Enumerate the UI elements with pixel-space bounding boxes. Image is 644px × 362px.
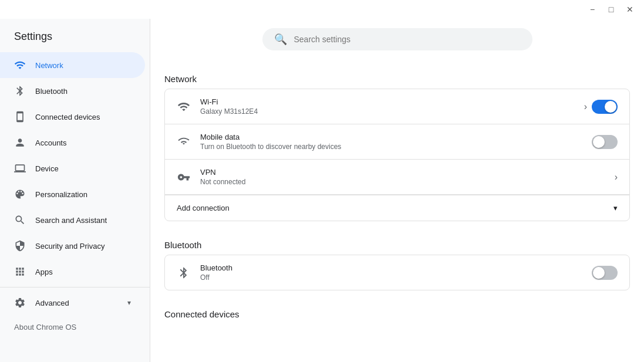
- bluetooth-icon: [14, 85, 26, 97]
- wifi-row[interactable]: Wi-Fi Galaxy M31s12E4 ›: [165, 89, 629, 124]
- sidebar-item-search-assistant-label: Search and Assistant: [35, 216, 107, 225]
- wifi-toggle-thumb: [605, 101, 616, 113]
- network-card: Wi-Fi Galaxy M31s12E4 › Mobile data: [164, 89, 630, 221]
- sidebar-item-accounts-label: Accounts: [35, 138, 66, 147]
- bluetooth-row-text: Bluetooth Off: [200, 263, 582, 282]
- mobile-data-toggle-thumb: [593, 136, 605, 148]
- sidebar-item-search-assistant[interactable]: Search and Assistant: [0, 207, 145, 233]
- vpn-chevron-icon: ›: [615, 172, 618, 182]
- network-section-header: Network: [164, 65, 630, 89]
- mobile-data-text: Mobile data Turn on Bluetooth to discove…: [200, 133, 582, 151]
- mobile-data-icon: [177, 135, 191, 149]
- mobile-data-subtitle: Turn on Bluetooth to discover nearby dev…: [200, 143, 582, 151]
- sidebar-item-network[interactable]: Network: [0, 52, 145, 78]
- mobile-data-action: [592, 135, 618, 149]
- search-input[interactable]: [294, 35, 521, 44]
- apps-icon: [14, 266, 26, 278]
- connected-devices-section-header: Connected devices: [164, 300, 630, 324]
- sidebar-item-bluetooth[interactable]: Bluetooth: [0, 78, 145, 104]
- advanced-icon: [14, 297, 26, 309]
- mobile-data-toggle[interactable]: [592, 135, 618, 149]
- bluetooth-card: Bluetooth Off: [164, 255, 630, 290]
- wifi-chevron-icon: ›: [584, 102, 587, 112]
- vpn-subtitle: Not connected: [200, 178, 605, 186]
- bluetooth-row-action: [592, 266, 618, 280]
- security-icon: [14, 240, 26, 252]
- wifi-text: Wi-Fi Galaxy M31s12E4: [200, 97, 575, 116]
- advanced-chevron-icon: ▾: [127, 299, 131, 307]
- mobile-data-title: Mobile data: [200, 133, 582, 141]
- add-connection-row[interactable]: Add connection ▾: [165, 195, 629, 221]
- sidebar: Settings Network Bluetooth Connected dev…: [0, 19, 150, 362]
- vpn-icon: [177, 170, 191, 184]
- wifi-action: ›: [584, 100, 618, 114]
- sidebar-item-bluetooth-label: Bluetooth: [35, 87, 68, 96]
- bluetooth-row-icon: [177, 266, 191, 280]
- sidebar-title: Settings: [0, 19, 150, 52]
- maximize-button[interactable]: □: [602, 0, 621, 19]
- about-chromeos-item[interactable]: About Chrome OS: [0, 316, 150, 339]
- sidebar-item-device[interactable]: Device: [0, 155, 145, 181]
- bluetooth-row-subtitle: Off: [200, 273, 582, 282]
- bluetooth-toggle[interactable]: [592, 266, 618, 280]
- titlebar: − □ ✕: [0, 0, 644, 19]
- sidebar-item-connected-devices-label: Connected devices: [35, 113, 100, 121]
- bluetooth-section-header: Bluetooth: [164, 231, 630, 255]
- bluetooth-row[interactable]: Bluetooth Off: [165, 255, 629, 290]
- wifi-title: Wi-Fi: [200, 97, 575, 106]
- app-container: Settings Network Bluetooth Connected dev…: [0, 19, 644, 362]
- sidebar-item-advanced-label: Advanced: [35, 299, 69, 307]
- main-content: 🔍 Network Wi-Fi Galaxy M31s12E4 ›: [150, 19, 644, 362]
- mobile-data-row[interactable]: Mobile data Turn on Bluetooth to discove…: [165, 124, 629, 160]
- search-icon: 🔍: [274, 33, 287, 46]
- sidebar-item-security-label: Security and Privacy: [35, 242, 105, 251]
- sidebar-item-security[interactable]: Security and Privacy: [0, 233, 145, 259]
- wifi-toggle[interactable]: [592, 100, 618, 114]
- connected-devices-icon: [14, 111, 26, 123]
- sidebar-item-apps-label: Apps: [35, 268, 53, 276]
- minimize-button[interactable]: −: [583, 0, 602, 19]
- add-connection-chevron-icon: ▾: [613, 204, 618, 212]
- sidebar-item-accounts[interactable]: Accounts: [0, 130, 145, 155]
- vpn-text: VPN Not connected: [200, 168, 605, 186]
- wifi-subtitle: Galaxy M31s12E4: [200, 107, 575, 116]
- sidebar-divider: [0, 287, 150, 287]
- sidebar-item-personalization[interactable]: Personalization: [0, 181, 145, 207]
- device-icon: [14, 163, 26, 174]
- sidebar-item-advanced[interactable]: Advanced ▾: [0, 290, 145, 316]
- personalization-icon: [14, 188, 26, 200]
- sidebar-item-connected-devices[interactable]: Connected devices: [0, 104, 145, 130]
- wifi-icon: [177, 100, 191, 114]
- sidebar-item-device-label: Device: [35, 164, 59, 173]
- accounts-icon: [14, 137, 26, 148]
- sidebar-item-network-label: Network: [35, 61, 63, 70]
- search-bar: 🔍: [262, 28, 532, 50]
- network-icon: [14, 59, 26, 71]
- bluetooth-row-title: Bluetooth: [200, 263, 582, 272]
- sidebar-item-personalization-label: Personalization: [35, 190, 87, 199]
- add-connection-label: Add connection: [177, 204, 230, 212]
- sidebar-item-apps[interactable]: Apps: [0, 259, 145, 285]
- search-assistant-icon: [14, 214, 26, 226]
- vpn-row[interactable]: VPN Not connected ›: [165, 160, 629, 195]
- bluetooth-toggle-thumb: [593, 267, 605, 279]
- vpn-action: ›: [615, 172, 618, 182]
- vpn-title: VPN: [200, 168, 605, 177]
- close-button[interactable]: ✕: [621, 0, 639, 19]
- search-container: 🔍: [164, 19, 630, 65]
